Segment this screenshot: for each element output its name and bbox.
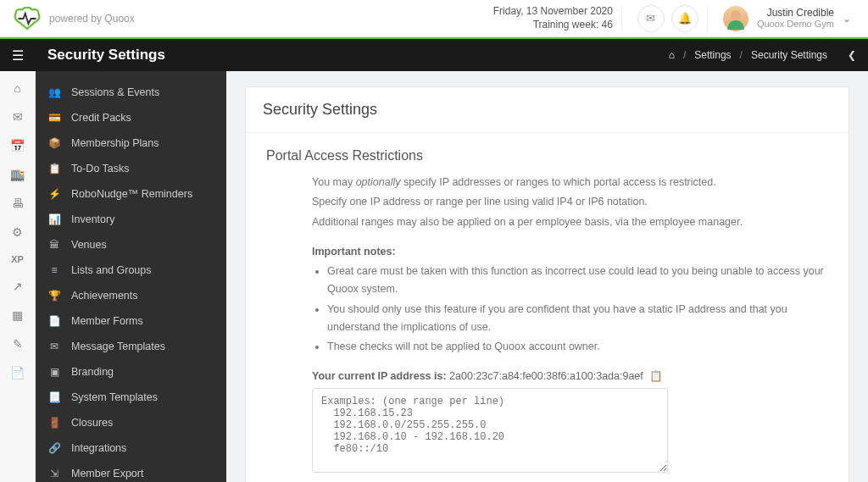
rail-home-icon[interactable]: ⌂ xyxy=(0,81,35,95)
sidebar-icon: ✉ xyxy=(47,341,61,352)
crumb-settings[interactable]: Settings xyxy=(694,49,731,61)
rail-brush-icon[interactable]: ✎ xyxy=(0,337,35,351)
sidebar-icon: 🔗 xyxy=(47,442,61,454)
training-week: Training week: 46 xyxy=(493,19,613,32)
burger-icon[interactable]: ☰ xyxy=(0,47,36,64)
icon-rail: ⌂ ✉ 📅 🏬 🖶 ⚙ XP ↗ ▦ ✎ 📄 xyxy=(0,71,36,482)
sidebar-item-credit-packs[interactable]: 💳Credit Packs xyxy=(36,105,226,130)
sidebar-item-integrations[interactable]: 🔗Integrations xyxy=(36,435,226,461)
logo-block: powered by Quoox xyxy=(12,7,135,30)
mail-icon[interactable]: ✉ xyxy=(637,5,665,32)
sidebar-icon: ▣ xyxy=(47,366,61,378)
section-title: Portal Access Restrictions xyxy=(266,148,828,163)
sidebar-item-label: System Templates xyxy=(71,391,158,403)
sidebar-icon: 📊 xyxy=(47,213,61,225)
content-area: Security Settings Portal Access Restrict… xyxy=(226,71,868,482)
chevron-down-icon: ⌄ xyxy=(843,13,851,25)
note-item: You should only use this feature if you … xyxy=(327,301,828,337)
user-menu[interactable]: Justin Credible Quoox Demo Gym ⌄ xyxy=(723,6,856,31)
powered-by-label: powered by Quoox xyxy=(49,13,135,25)
rail-doc-icon[interactable]: 📄 xyxy=(0,366,35,380)
sidebar-item-label: Venues xyxy=(71,239,107,251)
sidebar-item-robonudge-reminders[interactable]: ⚡RoboNudge™ Reminders xyxy=(36,181,226,207)
sidebar-item-message-templates[interactable]: ✉Message Templates xyxy=(36,334,226,359)
sidebar-item-label: To-Do Tasks xyxy=(71,163,130,175)
rail-print-icon[interactable]: 🖶 xyxy=(0,197,35,210)
sidebar-icon: 🏛 xyxy=(47,239,61,251)
bell-icon[interactable]: 🔔 xyxy=(671,5,698,32)
note-item: Great care must be taken with this funct… xyxy=(327,263,828,299)
copy-icon[interactable]: 📋 xyxy=(649,370,663,382)
date-block: Friday, 13 November 2020 Training week: … xyxy=(493,5,622,31)
sidebar-icon: ≡ xyxy=(47,264,61,276)
rail-xp-icon[interactable]: XP xyxy=(0,254,35,264)
sidebar-item-membership-plans[interactable]: 📦Membership Plans xyxy=(36,130,226,156)
sidebar-item-label: Achievements xyxy=(71,290,138,302)
rail-share-icon[interactable]: ↗ xyxy=(0,280,35,293)
sidebar-item-label: Member Export xyxy=(71,468,143,479)
chevron-left-icon[interactable]: ❮ xyxy=(848,49,856,61)
sidebar-item-label: Lists and Groups xyxy=(71,264,152,276)
sidebar-item-label: Inventory xyxy=(71,213,114,225)
panel-heading: Security Settings xyxy=(263,101,832,119)
important-label: Important notes: xyxy=(312,243,828,261)
sidebar-icon: 📄 xyxy=(47,315,61,327)
sidebar-item-label: Member Forms xyxy=(71,315,143,327)
sidebar-icon: 💳 xyxy=(47,112,61,124)
description-block: You may optionally specify IP addresses … xyxy=(312,174,828,386)
sidebar-item-label: Closures xyxy=(71,417,113,429)
sidebar-item-achievements[interactable]: 🏆Achievements xyxy=(36,283,226,308)
rail-grid-icon[interactable]: ▦ xyxy=(0,308,35,322)
sidebar-item-label: Sessions & Events xyxy=(71,86,159,98)
sidebar-icon: 📦 xyxy=(47,137,61,149)
sidebar-item-label: Membership Plans xyxy=(71,137,159,149)
rail-store-icon[interactable]: 🏬 xyxy=(0,168,35,181)
avatar xyxy=(723,6,748,31)
security-panel: Security Settings Portal Access Restrict… xyxy=(245,86,849,482)
user-org: Quoox Demo Gym xyxy=(757,19,834,30)
sidebar-item-inventory[interactable]: 📊Inventory xyxy=(36,207,226,232)
sidebar-item-label: Credit Packs xyxy=(71,112,131,124)
sidebar-icon: ⇲ xyxy=(47,468,61,479)
sidebar-item-branding[interactable]: ▣Branding xyxy=(36,359,226,385)
desc-line-3: Additional ranges may also be applied on… xyxy=(312,213,828,231)
sidebar-item-sessions-events[interactable]: 👥Sessions & Events xyxy=(36,80,226,105)
sidebar-item-label: RoboNudge™ Reminders xyxy=(71,188,192,200)
home-icon[interactable]: ⌂ xyxy=(669,49,675,61)
note-item: These checks will not be applied to Quoo… xyxy=(327,338,828,356)
ip-ranges-input[interactable] xyxy=(312,388,668,473)
sidebar-item-closures[interactable]: 🚪Closures xyxy=(36,410,226,435)
sub-header: ☰ Security Settings ⌂ / Settings / Secur… xyxy=(0,37,868,71)
settings-sidebar: 👥Sessions & Events💳Credit Packs📦Membersh… xyxy=(36,71,226,482)
sidebar-item-label: Message Templates xyxy=(71,341,165,352)
rail-mail-icon[interactable]: ✉ xyxy=(0,110,35,124)
sidebar-icon: 🚪 xyxy=(47,417,61,429)
logo-icon xyxy=(12,7,42,30)
ip-line: Your current IP address is: 2a00:23c7:a8… xyxy=(312,368,828,385)
user-name: Justin Credible xyxy=(757,7,834,19)
svg-point-0 xyxy=(731,10,741,20)
notes-list: Great care must be taken with this funct… xyxy=(327,263,828,356)
date-line: Friday, 13 November 2020 xyxy=(493,5,613,19)
top-header: powered by Quoox Friday, 13 November 202… xyxy=(0,0,868,37)
sidebar-item-member-export[interactable]: ⇲Member Export xyxy=(36,461,226,482)
sidebar-item-lists-and-groups[interactable]: ≡Lists and Groups xyxy=(36,258,226,283)
rail-cogs-icon[interactable]: ⚙ xyxy=(0,225,35,239)
sidebar-icon: 📋 xyxy=(47,163,61,175)
sidebar-icon: 🏆 xyxy=(47,290,61,302)
sidebar-item-venues[interactable]: 🏛Venues xyxy=(36,232,226,258)
sidebar-item-system-templates[interactable]: 📃System Templates xyxy=(36,385,226,410)
ip-value: 2a00:23c7:a84:fe00:38f6:a100:3ada:9aef xyxy=(449,370,643,382)
sidebar-icon: ⚡ xyxy=(47,188,61,200)
sidebar-icon: 👥 xyxy=(47,86,61,98)
desc-line-1: You may optionally specify IP addresses … xyxy=(312,174,828,191)
rail-calendar-icon[interactable]: 📅 xyxy=(0,139,35,152)
sidebar-item-member-forms[interactable]: 📄Member Forms xyxy=(36,308,226,334)
crumb-security: Security Settings xyxy=(751,49,827,61)
sidebar-item-label: Branding xyxy=(71,366,114,378)
breadcrumb: ⌂ / Settings / Security Settings ❮ xyxy=(669,49,868,61)
sidebar-item-label: Integrations xyxy=(71,442,126,454)
sidebar-item-to-do-tasks[interactable]: 📋To-Do Tasks xyxy=(36,156,226,181)
sidebar-icon: 📃 xyxy=(47,391,61,403)
desc-line-2: Specify one IP address or range per line… xyxy=(312,193,828,211)
